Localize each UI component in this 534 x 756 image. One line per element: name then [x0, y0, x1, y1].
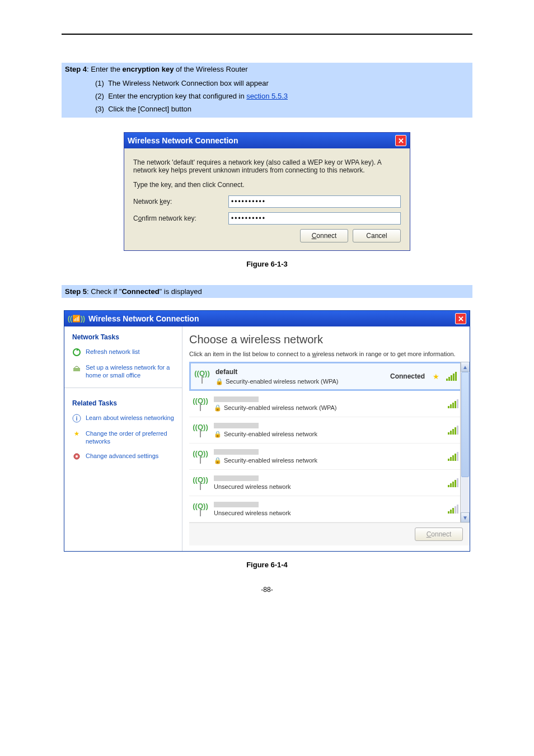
network-name	[214, 475, 259, 481]
choose-network-heading: Choose a wireless network	[189, 333, 463, 346]
network-item[interactable]: ((Q))default🔒Security-enabled wireless n…	[189, 362, 463, 391]
change-advanced-settings[interactable]: Change advanced settings	[64, 449, 182, 464]
network-item[interactable]: ((Q))🔒Security-enabled wireless network	[189, 417, 463, 444]
network-key-input[interactable]	[228, 195, 401, 208]
network-item[interactable]: ((Q))🔒Security-enabled wireless network …	[189, 391, 463, 417]
top-rule	[62, 34, 472, 35]
network-item[interactable]: ((Q))🔒Security-enabled wireless network	[189, 444, 463, 470]
signal-icon	[448, 399, 458, 408]
dialog-description: The network 'default' requires a network…	[133, 158, 401, 174]
refresh-network-list[interactable]: Refresh network list	[64, 344, 182, 360]
network-name: default	[216, 368, 385, 376]
antenna-icon: ((Q))	[193, 447, 208, 466]
network-name	[214, 449, 259, 455]
signal-icon	[448, 426, 458, 435]
scroll-up-icon[interactable]: ▲	[461, 362, 470, 372]
step5-bar: Step 5: Check if "Connected" is displaye…	[62, 285, 472, 298]
network-security: 🔒Security-enabled wireless network	[214, 431, 442, 438]
signal-icon	[448, 452, 458, 461]
key-dialog: Wireless Network Connection ✕ The networ…	[124, 132, 410, 251]
signal-icon	[446, 372, 457, 381]
learn-about-wireless[interactable]: i Learn about wireless networking	[64, 410, 182, 426]
antenna-icon: ((Q))	[193, 421, 208, 440]
antenna-icon: ((Q))	[193, 473, 208, 492]
confirm-key-input[interactable]	[228, 212, 401, 225]
info-icon: i	[72, 414, 81, 423]
tasks-sidebar: Network Tasks Refresh network list Set u…	[64, 326, 182, 551]
scroll-down-icon[interactable]: ▼	[461, 512, 470, 522]
connected-label: Connected	[390, 372, 425, 380]
lock-icon: 🔒	[214, 431, 222, 438]
close-icon[interactable]: ✕	[395, 135, 406, 146]
network-name	[214, 423, 259, 428]
network-key-label: Network key:	[133, 198, 228, 206]
network-name	[214, 396, 259, 402]
refresh-icon	[72, 348, 81, 357]
step4-bar: Step 4: Enter the encryption key of the …	[62, 63, 472, 76]
setup-wireless-network[interactable]: Set up a wireless network for a home or …	[64, 360, 182, 383]
network-security: 🔒Security-enabled wireless network	[214, 457, 442, 464]
network-name	[214, 502, 259, 507]
connect-button-disabled: Connect	[415, 528, 463, 541]
scroll-thumb[interactable]	[461, 372, 469, 477]
lock-icon: 🔒	[214, 404, 222, 412]
related-tasks-header: Related Tasks	[64, 393, 182, 410]
signal-icon	[448, 478, 458, 487]
antenna-icon: ((Q))	[193, 394, 208, 413]
antenna-icon: ((Q))	[193, 500, 208, 519]
step4-label: Step 4	[65, 65, 87, 73]
lock-icon: 🔒	[216, 378, 223, 385]
svg-rect-1	[73, 368, 80, 371]
network-security: 🔒Security-enabled wireless network (WPA)	[214, 404, 442, 412]
network-item[interactable]: ((Q))Unsecured wireless network	[189, 470, 463, 496]
network-tasks-header: Network Tasks	[64, 326, 182, 344]
cancel-button[interactable]: Cancel	[353, 229, 401, 242]
star-icon: ★	[72, 430, 81, 438]
svg-text:i: i	[76, 415, 77, 422]
dialog-titlebar: Wireless Network Connection ✕	[124, 133, 410, 148]
network-security: Unsecured wireless network	[214, 510, 442, 516]
network-item[interactable]: ((Q))Unsecured wireless network	[189, 496, 463, 522]
section-link[interactable]: section 5.5.3	[246, 92, 288, 100]
signal-icon	[448, 505, 458, 514]
scrollbar[interactable]: ▲ ▼	[460, 362, 470, 522]
change-order-networks[interactable]: ★ Change the order of preferred networks	[64, 426, 182, 449]
dialog-instruction: Type the key, and then click Connect.	[133, 181, 401, 189]
dialog-title: Wireless Network Connection	[128, 136, 395, 145]
close-icon[interactable]: ✕	[455, 313, 466, 324]
network-security: Unsecured wireless network	[214, 483, 442, 490]
gear-icon	[72, 452, 81, 461]
page-number: -88-	[62, 586, 472, 594]
network-security: 🔒Security-enabled wireless network (WPA)	[216, 378, 385, 385]
wireless-list-dialog: ((📶)) Wireless Network Connection ✕ Netw…	[64, 310, 470, 552]
setup-icon	[72, 363, 81, 372]
network-list: ((Q))default🔒Security-enabled wireless n…	[189, 362, 463, 522]
choose-network-sub: Click an item in the list below to conne…	[189, 351, 463, 357]
antenna-icon: ((📶))	[68, 315, 85, 323]
dialog2-titlebar: ((📶)) Wireless Network Connection ✕	[64, 311, 470, 326]
confirm-key-label: Confirm network key:	[133, 214, 228, 222]
figure-caption-2: Figure 6-1-4	[62, 561, 472, 569]
lock-icon: 🔒	[214, 457, 222, 464]
connect-button[interactable]: Connect	[300, 229, 348, 242]
star-icon: ★	[433, 372, 439, 381]
step4-substeps: (1) The Wireless Network Connection box …	[62, 76, 472, 118]
dialog2-title: Wireless Network Connection	[88, 314, 199, 323]
svg-point-5	[76, 455, 78, 458]
antenna-icon: ((Q))	[194, 367, 210, 386]
figure-caption-1: Figure 6-1-3	[62, 260, 472, 268]
